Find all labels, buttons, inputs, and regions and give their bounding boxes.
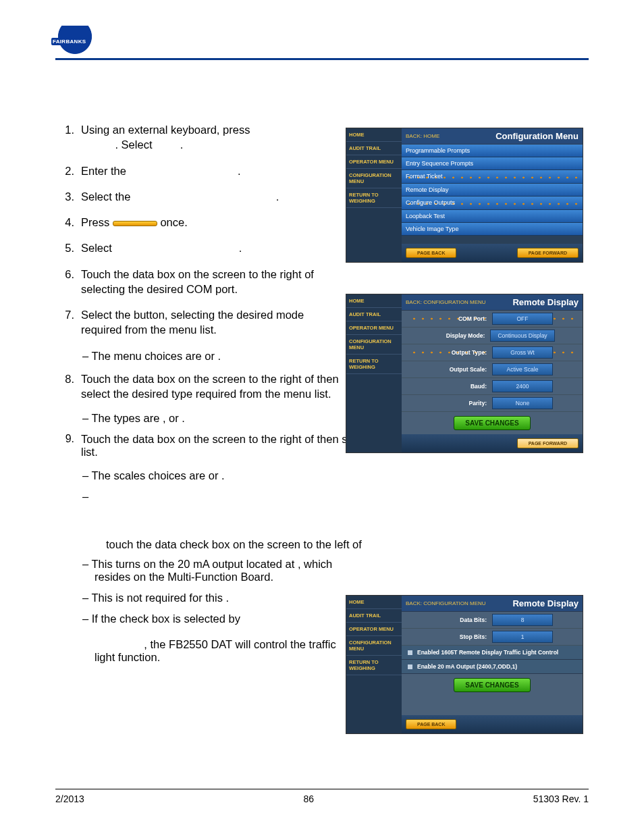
screenshot-remote-display-2: HOME AUDIT TRAIL OPERATOR MENU CONFIGURA… (346, 595, 583, 734)
sidebar-home[interactable]: HOME (346, 128, 402, 142)
menu-entry-sequence-prompts[interactable]: Entry Sequence Prompts (402, 157, 583, 170)
label-stop-bits: Stop Bits: (431, 633, 492, 640)
screen-title: Remote Display (512, 297, 579, 307)
sub-c: If the check box is selected by , the FB… (81, 613, 346, 664)
label-output-type: Output Type: (431, 349, 492, 356)
menu-format-ticket[interactable]: Format Ticket (402, 170, 583, 184)
screenshot-remote-display-1: HOME AUDIT TRAIL OPERATOR MENU CONFIGURA… (346, 294, 583, 453)
value-parity[interactable]: None (492, 397, 553, 409)
value-output-scale[interactable]: Active Scale (492, 363, 553, 375)
checkbox-1605t-traffic-light[interactable]: Enabled 1605T Remote Display Traffic Lig… (402, 646, 583, 660)
sidebar-audit-trail[interactable]: AUDIT TRAIL (346, 142, 402, 155)
sidebar-audit-trail[interactable]: AUDIT TRAIL (346, 609, 402, 623)
label-data-bits: Data Bits: (431, 617, 492, 623)
sidebar-home[interactable]: HOME (346, 294, 402, 308)
sub-a: This turns on the 20 mA output located a… (81, 558, 346, 583)
footer-rev: 51303 Rev. 1 (533, 793, 589, 804)
menu-remote-display[interactable]: Remote Display (402, 184, 583, 197)
value-baud[interactable]: 2400 (492, 380, 553, 392)
label-parity: Parity: (431, 400, 492, 407)
fairbanks-logo (55, 26, 95, 57)
back-config-label[interactable]: BACK: CONFIGURATION MENU (406, 600, 486, 606)
sidebar-home[interactable]: HOME (346, 596, 402, 609)
page-forward-button[interactable]: PAGE FORWARD (517, 438, 579, 448)
label-output-scale: Output Scale: (431, 366, 492, 373)
sidebar-configuration-menu[interactable]: CONFIGURATION MENU (346, 169, 402, 188)
screen-title: Remote Display (512, 598, 579, 608)
sidebar-operator-menu[interactable]: OPERATOR MENU (346, 321, 402, 335)
step9-sub1: The scales choices are or . (81, 469, 589, 482)
menu-loopback-test[interactable]: Loopback Test (402, 210, 583, 223)
label-display-mode: Display Mode: (429, 332, 490, 339)
footer-date: 2/2013 (55, 793, 84, 804)
step9-sub2 (81, 490, 589, 503)
save-changes-button[interactable]: SAVE CHANGES (454, 416, 530, 430)
sidebar-return-to-weighing[interactable]: RETURN TO WEIGHING (346, 188, 402, 208)
screen-title: Configuration Menu (495, 131, 579, 141)
sub-b: This is not required for this . (81, 592, 346, 604)
page-header (55, 26, 589, 60)
label-baud: Baud: (431, 383, 492, 390)
page-back-button[interactable]: PAGE BACK (406, 248, 456, 258)
checkbox-enable-20ma[interactable]: Enable 20 mA Output (2400,7,ODD,1) (402, 660, 583, 674)
value-stop-bits[interactable]: 1 (492, 631, 553, 643)
checkbox-icon[interactable] (407, 650, 413, 656)
sidebar-return-to-weighing[interactable]: RETURN TO WEIGHING (346, 355, 402, 374)
menu-configure-outputs[interactable]: Configure Outputs (402, 197, 583, 210)
menu-vehicle-image-type[interactable]: Vehicle Image Type (402, 223, 583, 236)
sidebar-audit-trail[interactable]: AUDIT TRAIL (346, 308, 402, 321)
save-changes-button[interactable]: SAVE CHANGES (454, 678, 530, 692)
sidebar-operator-menu[interactable]: OPERATOR MENU (346, 155, 402, 169)
value-output-type[interactable]: Gross Wt (492, 346, 553, 359)
step7-sub: The menu choices are or . (81, 348, 346, 363)
sidebar-operator-menu[interactable]: OPERATOR MENU (346, 623, 402, 636)
label-com-port: COM Port: (431, 315, 492, 322)
screenshot-config-menu: HOME AUDIT TRAIL OPERATOR MENU CONFIGURA… (346, 128, 583, 453)
sidebar-configuration-menu[interactable]: CONFIGURATION MENU (346, 335, 402, 355)
checkbox-icon[interactable] (407, 664, 413, 670)
back-home-label[interactable]: BACK: HOME (406, 133, 439, 139)
footer-page-number: 86 (304, 793, 315, 804)
value-com-port[interactable]: OFF (492, 313, 553, 325)
sidebar-configuration-menu[interactable]: CONFIGURATION MENU (346, 636, 402, 656)
instruction-text: 1.Using an external keyboard, press . Se… (55, 122, 346, 401)
document-page: HOME AUDIT TRAIL OPERATOR MENU CONFIGURA… (0, 0, 644, 834)
sidebar-return-to-weighing[interactable]: RETURN TO WEIGHING (346, 656, 402, 675)
value-data-bits[interactable]: 8 (492, 614, 553, 626)
mid-line: touch the data check box on the screen t… (106, 538, 589, 551)
menu-programmable-prompts[interactable]: Programmable Prompts (402, 145, 583, 157)
page-forward-button[interactable]: PAGE FORWARD (517, 248, 579, 258)
back-config-label[interactable]: BACK: CONFIGURATION MENU (406, 299, 486, 305)
page-footer: 2/2013 86 51303 Rev. 1 (55, 789, 589, 804)
page-forward-inline-button (113, 221, 157, 226)
page-back-button[interactable]: PAGE BACK (406, 719, 456, 729)
value-display-mode[interactable]: Continuous Display (490, 330, 554, 342)
